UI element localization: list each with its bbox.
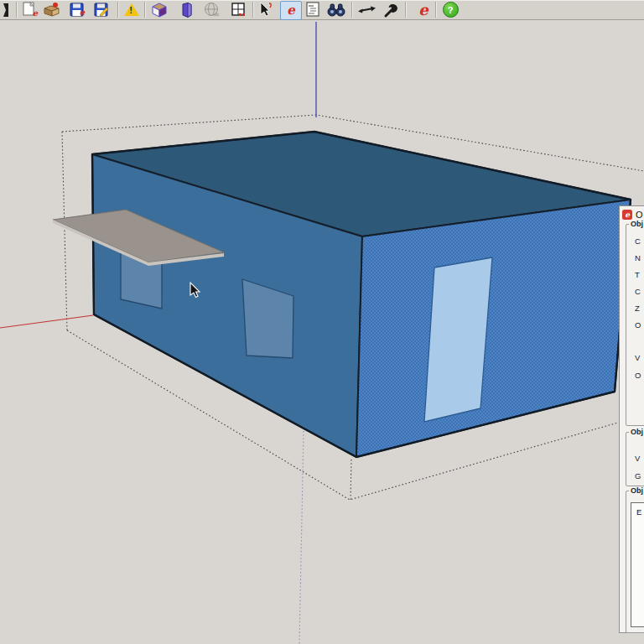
field-label: V <box>635 454 640 463</box>
toolbar-separator <box>117 2 119 18</box>
outliner-button[interactable] <box>304 1 322 18</box>
openstudio-e-glyph: e <box>418 3 428 18</box>
object-info-panel[interactable]: e O Obj C N T C Z O V O Obj V G Obj E <box>619 205 644 633</box>
errors-warnings-button[interactable]: ! <box>122 1 141 18</box>
toolbar-separator <box>405 2 407 18</box>
field-label: T <box>635 270 640 279</box>
field-label: O <box>635 320 641 330</box>
panel-title: e O <box>622 210 643 220</box>
field-label: G <box>635 471 641 480</box>
openstudio-e-glyph: e <box>80 8 85 17</box>
field-label: C <box>635 287 641 296</box>
list-item: E <box>636 507 641 517</box>
user-scripts-button[interactable] <box>382 1 401 18</box>
toolbar: e e ! <box>0 0 644 20</box>
toolbar-separator <box>252 2 254 18</box>
field-label: V <box>635 353 640 362</box>
help-button[interactable]: ? <box>441 1 460 18</box>
surface-grid-button[interactable] <box>230 1 248 18</box>
render-globe-button[interactable]: dc <box>203 1 221 18</box>
panel-title-text: O <box>636 210 643 220</box>
save-model-button[interactable]: e <box>68 1 86 18</box>
openstudio-inspector-button-active[interactable]: e <box>280 1 302 20</box>
inspector-select-button[interactable] <box>257 1 275 18</box>
new-model-button[interactable]: e <box>20 1 39 18</box>
help-icon: ? <box>443 2 459 18</box>
field-label: O <box>635 371 641 380</box>
open-model-button[interactable] <box>43 1 61 18</box>
toolbar-separator <box>16 2 18 18</box>
toolbar-separator <box>351 2 353 18</box>
openstudio-e-glyph: e <box>33 9 38 18</box>
field-label: Z <box>635 304 640 313</box>
openstudio-logo-button[interactable]: e <box>414 1 433 18</box>
object-list-box[interactable]: E <box>631 502 644 627</box>
field-label: N <box>635 253 641 262</box>
toolbar-separator <box>435 2 437 18</box>
render-column-button[interactable] <box>178 1 196 18</box>
svg-text:dc: dc <box>214 12 219 17</box>
search-button[interactable] <box>327 1 345 18</box>
edge-partial-icon[interactable] <box>0 1 12 18</box>
openstudio-panel-icon: e <box>622 210 632 220</box>
openstudio-e-glyph: e <box>287 4 295 17</box>
3d-viewport[interactable] <box>0 0 644 644</box>
toolbar-separator <box>144 2 146 18</box>
warning-icon: ! <box>124 3 139 16</box>
render-shaded-button[interactable] <box>150 1 169 18</box>
swap-button[interactable] <box>358 1 377 18</box>
field-label: C <box>635 236 641 246</box>
save-model-as-button[interactable] <box>92 1 111 18</box>
